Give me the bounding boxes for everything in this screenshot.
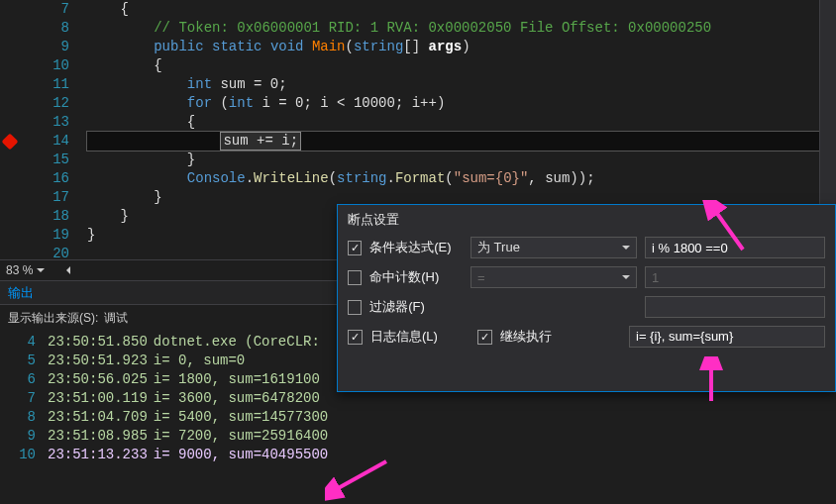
bp-filter-label: 过滤器(F) xyxy=(369,298,463,316)
line-number: 8 xyxy=(20,19,69,38)
line-number: 12 xyxy=(20,94,69,113)
line-number: 20 xyxy=(20,245,69,263)
output-line-number: 9 xyxy=(0,427,48,446)
bp-hitcount-input[interactable] xyxy=(645,266,825,288)
bp-condition-label: 条件表达式(E) xyxy=(369,239,463,256)
output-line-number: 6 xyxy=(0,370,48,389)
bp-row-hitcount: 命中计数(H) = xyxy=(338,262,835,292)
output-timestamp: 23:51:00.119 xyxy=(48,389,148,408)
output-text: i= 5400, sum=14577300 xyxy=(154,408,328,427)
bp-log-checkbox[interactable] xyxy=(348,330,363,345)
output-line-number: 5 xyxy=(0,352,48,370)
output-line-number: 7 xyxy=(0,389,48,408)
output-source-value[interactable]: 调试 xyxy=(104,310,128,327)
code-line[interactable]: // Token: 0x06000001 RID: 1 RVA: 0x00002… xyxy=(87,19,836,38)
output-timestamp: 23:50:56.025 xyxy=(48,370,148,389)
bp-continue-checkbox[interactable] xyxy=(477,330,492,345)
output-line-number: 4 xyxy=(0,333,48,352)
line-number: 11 xyxy=(20,75,69,94)
output-timestamp: 23:51:04.709 xyxy=(48,408,148,427)
code-line[interactable]: public static void Main(string[] args) xyxy=(87,38,836,56)
output-text: dotnet.exe (CoreCLR: xyxy=(154,333,320,352)
bp-condition-checkbox[interactable] xyxy=(348,241,362,255)
code-line[interactable]: sum += i; xyxy=(87,132,836,151)
output-text: i= 7200, sum=25916400 xyxy=(154,427,328,446)
line-number: 19 xyxy=(20,226,69,245)
bp-hitcount-checkbox[interactable] xyxy=(348,270,362,285)
breakpoint-settings-popup[interactable]: 断点设置 条件表达式(E) 为 True 命中计数(H) = 过滤器(F) 日志… xyxy=(337,204,836,392)
output-line: 1023:51:13.233i= 9000, sum=40495500 xyxy=(0,446,836,464)
code-line[interactable]: { xyxy=(87,56,836,75)
bp-log-label: 日志信息(L) xyxy=(370,328,470,346)
line-numbers: 7891011121314151617181920 xyxy=(20,0,87,259)
bp-row-condition: 条件表达式(E) 为 True xyxy=(338,233,835,262)
output-source-label: 显示输出来源(S): xyxy=(8,310,98,327)
output-timestamp: 23:51:08.985 xyxy=(48,427,148,446)
bp-hitcount-label: 命中计数(H) xyxy=(369,268,463,286)
breakpoint-popup-title: 断点设置 xyxy=(338,205,835,233)
bp-hitcount-combo-text: = xyxy=(477,270,485,285)
code-line[interactable]: } xyxy=(87,151,836,169)
output-timestamp: 23:50:51.923 xyxy=(48,352,148,370)
bp-hitcount-combo[interactable]: = xyxy=(470,266,637,288)
line-number: 10 xyxy=(20,56,69,75)
nav-back-icon[interactable] xyxy=(62,266,70,274)
line-number: 18 xyxy=(20,207,69,226)
bp-row-filter: 过滤器(F) xyxy=(338,292,835,322)
line-number: 17 xyxy=(20,188,69,207)
bp-log-message[interactable]: i= {i}, sum={sum} xyxy=(629,326,825,348)
bp-condition-combo[interactable]: 为 True xyxy=(470,237,637,258)
breakpoint-marker[interactable] xyxy=(2,134,19,151)
chevron-down-icon xyxy=(622,246,630,253)
zoom-dropdown-icon[interactable] xyxy=(37,268,45,276)
code-line[interactable]: for (int i = 0; i < 10000; i++) xyxy=(87,94,836,113)
bp-condition-input[interactable] xyxy=(645,237,825,258)
output-line: 923:51:08.985i= 7200, sum=25916400 xyxy=(0,427,836,446)
bp-row-log: 日志信息(L) 继续执行 i= {i}, sum={sum} xyxy=(338,322,835,352)
code-line[interactable]: int sum = 0; xyxy=(87,75,836,94)
zoom-percent[interactable]: 83 % xyxy=(6,263,33,277)
line-number: 7 xyxy=(20,0,69,19)
output-text: i= 0, sum=0 xyxy=(154,352,245,370)
output-timestamp: 23:51:13.233 xyxy=(48,446,148,464)
code-line[interactable]: Console.WriteLine(string.Format("sum={0}… xyxy=(87,169,836,188)
output-text: i= 1800, sum=1619100 xyxy=(154,370,320,389)
output-text: i= 3600, sum=6478200 xyxy=(154,389,320,408)
bp-filter-input[interactable] xyxy=(645,296,825,318)
chevron-down-icon xyxy=(622,275,630,283)
line-number: 16 xyxy=(20,169,69,188)
output-timestamp: 23:50:51.850 xyxy=(48,333,148,352)
output-line-number: 10 xyxy=(0,446,48,464)
output-text: i= 9000, sum=40495500 xyxy=(154,446,328,464)
output-line-number: 8 xyxy=(0,408,48,427)
line-number: 15 xyxy=(20,151,69,169)
bp-condition-combo-text: 为 True xyxy=(477,239,520,256)
bp-filter-checkbox[interactable] xyxy=(348,300,362,315)
code-line[interactable]: { xyxy=(87,113,836,132)
line-number: 14 xyxy=(20,132,69,151)
output-line: 823:51:04.709i= 5400, sum=14577300 xyxy=(0,408,836,427)
code-line[interactable]: { xyxy=(87,0,836,19)
line-number: 9 xyxy=(20,38,69,56)
breakpoint-margin[interactable] xyxy=(0,0,20,259)
bp-continue-label: 继续执行 xyxy=(500,328,552,346)
line-number: 13 xyxy=(20,113,69,132)
